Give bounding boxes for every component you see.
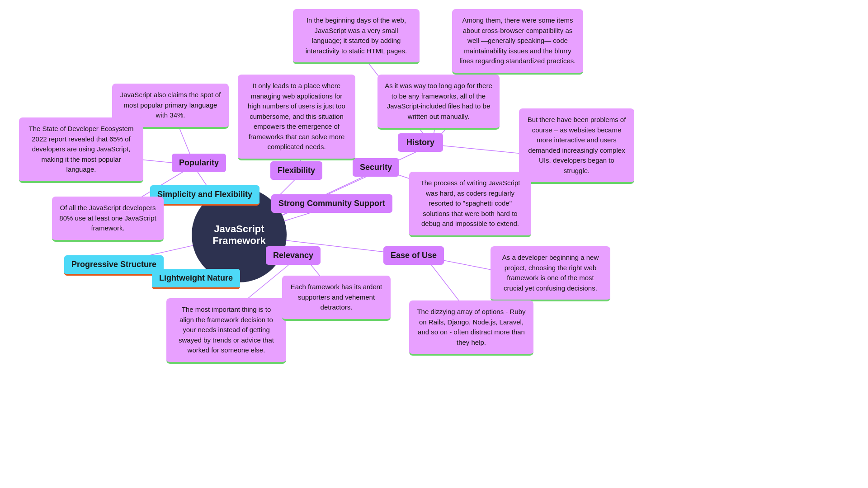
desc-asit: As it was way too long ago for there to … — [377, 75, 500, 130]
topic-history[interactable]: History — [398, 133, 443, 152]
topic-flexibility[interactable]: Flexibility — [270, 161, 322, 180]
desc-dizzying: The dizzying array of options - Ruby on … — [409, 300, 533, 356]
topic-ease-of-use[interactable]: Ease of Use — [383, 246, 444, 265]
topic-progressive[interactable]: Progressive Structure — [64, 255, 164, 276]
desc-each-framework: Each framework has its ardent supporters… — [282, 276, 391, 321]
desc-begin: In the beginning days of the web, JavaSc… — [293, 9, 420, 64]
topic-strong-community[interactable]: Strong Community Support — [271, 194, 392, 213]
desc-state: The State of Developer Ecosystem 2022 re… — [19, 117, 143, 183]
desc-leads: It only leads to a place where managing … — [238, 75, 355, 160]
svg-line-17 — [432, 145, 522, 154]
desc-process: The process of writing JavaScript was ha… — [409, 172, 531, 237]
topic-relevancy[interactable]: Relevancy — [266, 246, 321, 265]
desc-80percent: Of all the JavaScript developers 80% use… — [52, 197, 164, 242]
desc-among: Among them, there were some items about … — [452, 9, 583, 75]
topic-lightweight[interactable]: Lightweight Nature — [152, 269, 240, 289]
desc-popular-lang: But there have been problems of course –… — [519, 108, 634, 184]
desc-developer-beginning: As a developer beginning a new project, … — [491, 246, 610, 301]
topic-simplicity[interactable]: Simplicity and Flexibility — [150, 185, 259, 206]
desc-most-important: The most important thing is to align the… — [166, 298, 286, 364]
topic-popularity[interactable]: Popularity — [172, 154, 226, 172]
topic-security[interactable]: Security — [353, 158, 399, 177]
